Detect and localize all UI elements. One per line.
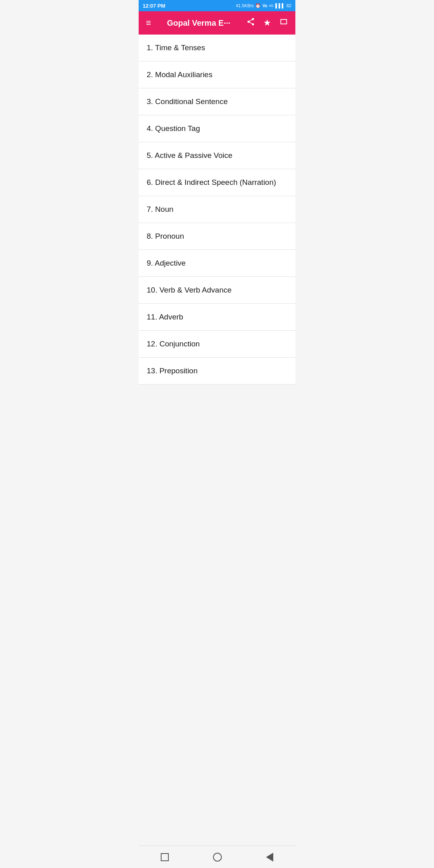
list-item[interactable]: 7. Noun [139, 196, 295, 223]
list-item-text: 3. Conditional Sentence [147, 97, 228, 106]
star-icon[interactable]: ★ [262, 16, 273, 30]
window-icon[interactable] [278, 16, 290, 30]
chapters-list: 1. Time & Tenses2. Modal Auxiliaries3. C… [139, 35, 295, 385]
network-speed: 41.5KB/s [236, 3, 254, 8]
list-item[interactable]: 3. Conditional Sentence [139, 88, 295, 115]
status-right: 41.5KB/s ⏰ Vo 4G ▌▌▌ 82 [236, 3, 291, 8]
list-item-text: 7. Noun [147, 205, 174, 214]
list-item[interactable]: 1. Time & Tenses [139, 35, 295, 61]
list-item-text: 4. Question Tag [147, 124, 200, 133]
battery-icon: 82 [287, 3, 291, 8]
list-item-text: 8. Pronoun [147, 232, 184, 241]
signal-bars-icon: ▌▌▌ [275, 3, 285, 8]
list-item[interactable]: 10. Verb & Verb Advance [139, 277, 295, 304]
list-item[interactable]: 6. Direct & Indirect Speech (Narration) [139, 169, 295, 196]
list-item-text: 13. Preposition [147, 366, 198, 375]
sim-icon: Vo [262, 4, 267, 8]
status-time: 12:07 PM [143, 3, 165, 9]
share-icon[interactable] [245, 16, 257, 30]
list-item[interactable]: 9. Adjective [139, 250, 295, 277]
list-item-text: 2. Modal Auxiliaries [147, 70, 213, 79]
list-item[interactable]: 4. Question Tag [139, 115, 295, 142]
list-item-text: 1. Time & Tenses [147, 43, 205, 52]
list-item-text: 11. Adverb [147, 313, 183, 321]
list-item[interactable]: 12. Conjunction [139, 331, 295, 358]
list-item[interactable]: 5. Active & Passive Voice [139, 142, 295, 169]
list-item-text: 12. Conjunction [147, 340, 200, 348]
list-item-text: 6. Direct & Indirect Speech (Narration) [147, 178, 276, 187]
list-item-text: 10. Verb & Verb Advance [147, 286, 231, 295]
4g-icon: 4G [269, 4, 274, 8]
list-item[interactable]: 8. Pronoun [139, 223, 295, 250]
list-item[interactable]: 13. Preposition [139, 358, 295, 385]
list-item-text: 9. Adjective [147, 259, 186, 268]
list-item[interactable]: 11. Adverb [139, 304, 295, 331]
app-bar: ≡ Gopal Verma E··· ★ [139, 11, 295, 35]
app-title: Gopal Verma E··· [158, 18, 240, 28]
list-item[interactable]: 2. Modal Auxiliaries [139, 61, 295, 88]
alarm-icon: ⏰ [255, 3, 261, 8]
list-item-text: 5. Active & Passive Voice [147, 151, 232, 160]
menu-icon[interactable]: ≡ [144, 16, 153, 30]
status-bar: 12:07 PM 41.5KB/s ⏰ Vo 4G ▌▌▌ 82 [139, 0, 295, 11]
